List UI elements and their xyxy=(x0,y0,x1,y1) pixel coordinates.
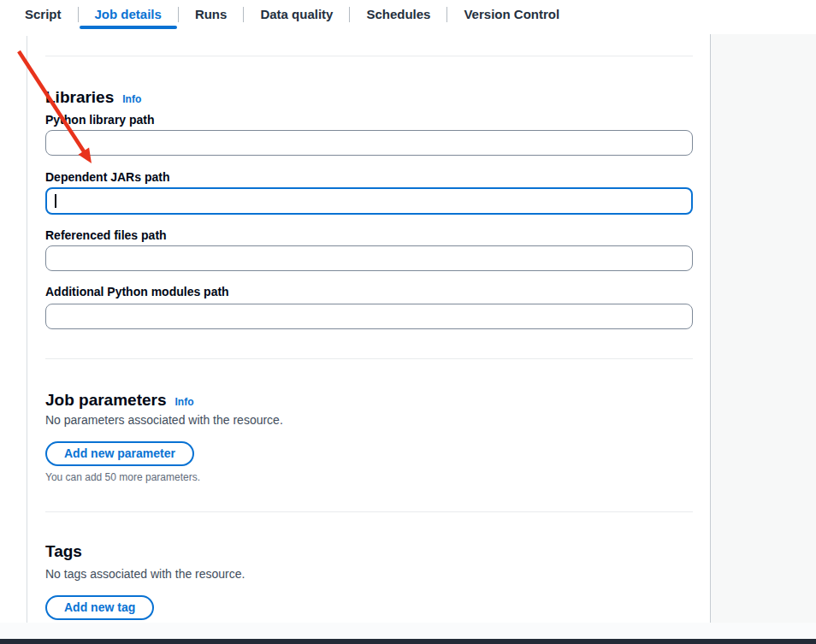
referenced-files-path-input[interactable] xyxy=(45,245,693,271)
dependent-jars-path-input[interactable] xyxy=(45,187,693,215)
bottom-strip xyxy=(0,623,816,639)
section-divider xyxy=(45,56,693,56)
python-library-path-label: Python library path xyxy=(45,113,693,127)
dependent-jars-path-label: Dependent JARs path xyxy=(45,170,693,184)
panel-right-border xyxy=(710,34,711,623)
tab-schedules[interactable]: Schedules xyxy=(350,0,446,29)
tab-version-control[interactable]: Version Control xyxy=(447,0,576,29)
additional-python-modules-path-input[interactable] xyxy=(45,304,693,329)
bottom-window-edge xyxy=(0,639,816,644)
job-parameters-section-header: Job parameters Info xyxy=(45,390,693,410)
job-parameters-info-link[interactable]: Info xyxy=(175,396,194,408)
python-library-path-input[interactable] xyxy=(45,130,693,156)
tab-script[interactable]: Script xyxy=(9,0,78,29)
libraries-section-header: Libraries Info xyxy=(45,87,693,107)
libraries-title: Libraries xyxy=(45,87,114,107)
dependent-jars-path-input-wrap xyxy=(45,187,693,215)
job-parameters-empty-message: No parameters associated with the resour… xyxy=(45,413,693,428)
tags-title: Tags xyxy=(45,541,82,561)
panel-left-border xyxy=(27,36,27,623)
libraries-info-link[interactable]: Info xyxy=(122,93,141,105)
section-divider xyxy=(45,511,693,512)
job-parameters-hint: You can add 50 more parameters. xyxy=(45,471,693,483)
tab-bar: Script Job details Runs Data quality Sch… xyxy=(0,0,816,34)
additional-python-modules-path-label: Additional Python modules path xyxy=(45,285,693,298)
text-cursor xyxy=(55,194,56,208)
job-parameters-title: Job parameters xyxy=(45,390,167,410)
job-details-panel: Libraries Info Python library path Depen… xyxy=(45,34,693,620)
tags-section-header: Tags xyxy=(45,541,693,561)
tab-data-quality[interactable]: Data quality xyxy=(244,0,349,29)
tags-empty-message: No tags associated with the resource. xyxy=(45,567,693,582)
referenced-files-path-label: Referenced files path xyxy=(45,228,693,242)
tab-runs[interactable]: Runs xyxy=(179,0,244,29)
add-new-tag-button[interactable]: Add new tag xyxy=(45,595,154,620)
tab-job-details[interactable]: Job details xyxy=(79,0,178,29)
section-divider xyxy=(45,358,693,359)
add-new-parameter-button[interactable]: Add new parameter xyxy=(45,441,194,466)
page-background-right xyxy=(711,34,816,623)
